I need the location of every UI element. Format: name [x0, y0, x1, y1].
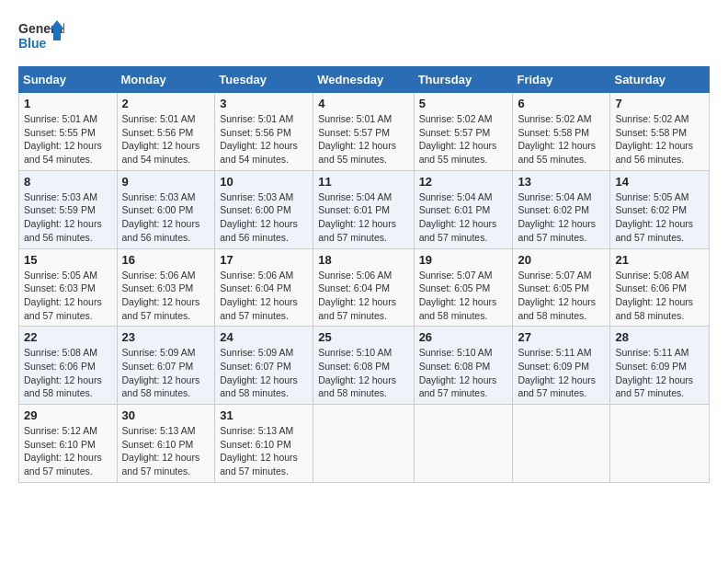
day-cell: 21 Sunrise: 5:08 AMSunset: 6:06 PMDaylig…: [610, 248, 710, 327]
day-cell: 31 Sunrise: 5:13 AMSunset: 6:10 PMDaylig…: [215, 405, 313, 483]
day-number: 29: [24, 408, 112, 422]
header-friday: Friday: [513, 67, 610, 93]
day-info: Sunrise: 5:12 AMSunset: 6:10 PMDaylight:…: [24, 425, 102, 477]
day-info: Sunrise: 5:02 AMSunset: 5:58 PMDaylight:…: [615, 113, 693, 165]
day-number: 21: [615, 253, 704, 267]
day-number: 8: [24, 175, 112, 189]
day-number: 24: [220, 330, 308, 344]
day-cell: 4 Sunrise: 5:01 AMSunset: 5:57 PMDayligh…: [313, 93, 414, 171]
calendar-table: SundayMondayTuesdayWednesdayThursdayFrid…: [18, 66, 710, 483]
day-info: Sunrise: 5:10 AMSunset: 6:08 PMDaylight:…: [318, 347, 396, 398]
day-number: 19: [419, 253, 508, 267]
day-cell: 13 Sunrise: 5:04 AMSunset: 6:02 PMDaylig…: [513, 170, 610, 248]
header-monday: Monday: [117, 67, 215, 93]
day-cell: 28 Sunrise: 5:11 AMSunset: 6:09 PMDaylig…: [610, 327, 710, 405]
day-info: Sunrise: 5:01 AMSunset: 5:57 PMDaylight:…: [318, 113, 396, 165]
day-cell: 19 Sunrise: 5:07 AMSunset: 6:05 PMDaylig…: [414, 248, 513, 327]
day-info: Sunrise: 5:05 AMSunset: 6:03 PMDaylight:…: [24, 270, 102, 321]
day-cell: 22 Sunrise: 5:08 AMSunset: 6:06 PMDaylig…: [19, 327, 118, 405]
day-cell: 8 Sunrise: 5:03 AMSunset: 5:59 PMDayligh…: [19, 170, 118, 248]
day-number: 23: [122, 330, 210, 344]
day-cell: 17 Sunrise: 5:06 AMSunset: 6:04 PMDaylig…: [215, 248, 313, 327]
day-cell: 29 Sunrise: 5:12 AMSunset: 6:10 PMDaylig…: [19, 405, 118, 483]
day-info: Sunrise: 5:08 AMSunset: 6:06 PMDaylight:…: [615, 270, 693, 321]
day-cell: 14 Sunrise: 5:05 AMSunset: 6:02 PMDaylig…: [610, 170, 710, 248]
day-number: 22: [24, 330, 112, 344]
day-info: Sunrise: 5:06 AMSunset: 6:03 PMDaylight:…: [122, 270, 200, 321]
day-cell: 1 Sunrise: 5:01 AMSunset: 5:55 PMDayligh…: [19, 93, 118, 171]
day-info: Sunrise: 5:07 AMSunset: 6:05 PMDaylight:…: [419, 270, 497, 321]
day-cell: 5 Sunrise: 5:02 AMSunset: 5:57 PMDayligh…: [414, 93, 513, 171]
day-info: Sunrise: 5:01 AMSunset: 5:56 PMDaylight:…: [220, 113, 298, 165]
day-number: 9: [122, 175, 210, 189]
day-cell: 24 Sunrise: 5:09 AMSunset: 6:07 PMDaylig…: [215, 327, 313, 405]
day-number: 26: [419, 330, 508, 344]
day-number: 27: [518, 330, 605, 344]
day-number: 13: [518, 175, 605, 189]
day-number: 10: [220, 175, 308, 189]
day-number: 17: [220, 253, 308, 267]
day-cell: 15 Sunrise: 5:05 AMSunset: 6:03 PMDaylig…: [19, 248, 118, 327]
day-cell: [610, 405, 710, 483]
day-info: Sunrise: 5:07 AMSunset: 6:05 PMDaylight:…: [518, 270, 596, 321]
day-cell: 16 Sunrise: 5:06 AMSunset: 6:03 PMDaylig…: [117, 248, 215, 327]
day-info: Sunrise: 5:04 AMSunset: 6:01 PMDaylight:…: [419, 191, 497, 243]
header-thursday: Thursday: [414, 67, 513, 93]
day-cell: 3 Sunrise: 5:01 AMSunset: 5:56 PMDayligh…: [215, 93, 313, 171]
day-cell: 18 Sunrise: 5:06 AMSunset: 6:04 PMDaylig…: [313, 248, 414, 327]
day-number: 25: [318, 330, 408, 344]
week-row-1: 1 Sunrise: 5:01 AMSunset: 5:55 PMDayligh…: [19, 93, 710, 171]
day-cell: 11 Sunrise: 5:04 AMSunset: 6:01 PMDaylig…: [313, 170, 414, 248]
day-number: 18: [318, 253, 408, 267]
day-number: 20: [518, 253, 605, 267]
day-number: 14: [615, 175, 704, 189]
day-number: 4: [318, 97, 408, 110]
day-number: 30: [122, 408, 210, 422]
day-number: 7: [615, 97, 704, 110]
day-info: Sunrise: 5:03 AMSunset: 6:00 PMDaylight:…: [122, 191, 200, 243]
day-info: Sunrise: 5:11 AMSunset: 6:09 PMDaylight:…: [615, 347, 693, 398]
logo: General Blue: [18, 18, 64, 57]
day-info: Sunrise: 5:06 AMSunset: 6:04 PMDaylight:…: [318, 270, 396, 321]
day-info: Sunrise: 5:08 AMSunset: 6:06 PMDaylight:…: [24, 347, 102, 398]
day-number: 5: [419, 97, 508, 110]
day-number: 11: [318, 175, 408, 189]
day-info: Sunrise: 5:04 AMSunset: 6:01 PMDaylight:…: [318, 191, 396, 243]
header-wednesday: Wednesday: [313, 67, 414, 93]
week-row-4: 22 Sunrise: 5:08 AMSunset: 6:06 PMDaylig…: [19, 327, 710, 405]
day-info: Sunrise: 5:02 AMSunset: 5:57 PMDaylight:…: [419, 113, 497, 165]
day-cell: 20 Sunrise: 5:07 AMSunset: 6:05 PMDaylig…: [513, 248, 610, 327]
day-number: 16: [122, 253, 210, 267]
logo-svg: General Blue: [18, 18, 64, 57]
day-cell: [313, 405, 414, 483]
day-info: Sunrise: 5:04 AMSunset: 6:02 PMDaylight:…: [518, 191, 596, 243]
day-info: Sunrise: 5:06 AMSunset: 6:04 PMDaylight:…: [220, 270, 298, 321]
day-info: Sunrise: 5:05 AMSunset: 6:02 PMDaylight:…: [615, 191, 693, 243]
day-cell: 2 Sunrise: 5:01 AMSunset: 5:56 PMDayligh…: [117, 93, 215, 171]
day-info: Sunrise: 5:09 AMSunset: 6:07 PMDaylight:…: [122, 347, 200, 398]
header-saturday: Saturday: [610, 67, 710, 93]
header-row: SundayMondayTuesdayWednesdayThursdayFrid…: [19, 67, 710, 93]
page-header: General Blue: [18, 18, 710, 57]
day-cell: 25 Sunrise: 5:10 AMSunset: 6:08 PMDaylig…: [313, 327, 414, 405]
day-info: Sunrise: 5:03 AMSunset: 5:59 PMDaylight:…: [24, 191, 102, 243]
day-cell: 7 Sunrise: 5:02 AMSunset: 5:58 PMDayligh…: [610, 93, 710, 171]
header-sunday: Sunday: [19, 67, 118, 93]
day-cell: 9 Sunrise: 5:03 AMSunset: 6:00 PMDayligh…: [117, 170, 215, 248]
day-cell: [513, 405, 610, 483]
svg-text:Blue: Blue: [18, 36, 47, 51]
day-info: Sunrise: 5:10 AMSunset: 6:08 PMDaylight:…: [419, 347, 497, 398]
day-number: 2: [122, 97, 210, 110]
header-tuesday: Tuesday: [215, 67, 313, 93]
day-number: 3: [220, 97, 308, 110]
day-cell: 6 Sunrise: 5:02 AMSunset: 5:58 PMDayligh…: [513, 93, 610, 171]
day-info: Sunrise: 5:11 AMSunset: 6:09 PMDaylight:…: [518, 347, 596, 398]
week-row-3: 15 Sunrise: 5:05 AMSunset: 6:03 PMDaylig…: [19, 248, 710, 327]
day-number: 12: [419, 175, 508, 189]
day-info: Sunrise: 5:01 AMSunset: 5:56 PMDaylight:…: [122, 113, 200, 165]
day-cell: 30 Sunrise: 5:13 AMSunset: 6:10 PMDaylig…: [117, 405, 215, 483]
day-number: 28: [615, 330, 704, 344]
day-number: 6: [518, 97, 605, 110]
day-cell: 23 Sunrise: 5:09 AMSunset: 6:07 PMDaylig…: [117, 327, 215, 405]
day-number: 1: [24, 97, 112, 110]
